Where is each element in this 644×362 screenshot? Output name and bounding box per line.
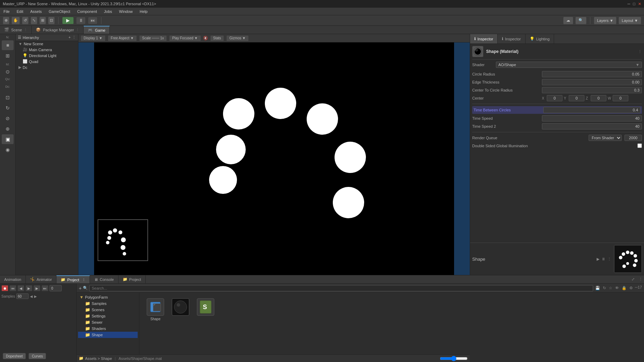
shape-play-btn[interactable]: ▶ (597, 257, 599, 261)
hierarchy-add-btn[interactable]: + (69, 35, 71, 40)
anim-next-key-btn[interactable]: ⏭ (41, 285, 48, 291)
project-tab-options[interactable]: ⋮ (82, 278, 85, 282)
pkg-tab-options[interactable]: ⋮ (76, 28, 79, 32)
shape-options-btn[interactable]: ⋮ (607, 257, 611, 261)
layers-btn[interactable]: Layers ▼ (594, 17, 616, 24)
tree-item-polygonfarm[interactable]: ▼ PolygonFarm (78, 294, 138, 300)
tab-game[interactable]: 🎮 Game (84, 26, 110, 34)
circle-radius-value[interactable]: 0.05 (542, 71, 642, 77)
samples-input[interactable] (16, 293, 29, 299)
tree-item-sewer[interactable]: 📁 Sewer (78, 319, 138, 325)
pause-button[interactable]: ⏸ (76, 17, 86, 24)
render-queue-select[interactable]: From Shader (589, 135, 622, 141)
shape-pause-btn[interactable]: ⏸ (601, 257, 605, 261)
game-stats-btn[interactable]: Stats (210, 35, 224, 41)
close-btn[interactable]: ✕ (638, 2, 641, 6)
sidebar-icon-obj1[interactable]: ⊡ (2, 93, 14, 102)
sidebar-icon-main[interactable]: ⊙ (2, 67, 14, 77)
toolbar-transform-btn[interactable]: ⊕ (3, 17, 9, 24)
menu-gameobject[interactable]: GameObject (47, 9, 72, 14)
hierarchy-options[interactable]: ⋮ (72, 35, 76, 40)
shader-dropdown[interactable]: ▼ (636, 63, 639, 67)
inspector-tab-2[interactable]: ℹ Inspector (498, 34, 525, 44)
double-sided-input[interactable] (637, 143, 642, 148)
bottom-tab-animator[interactable]: 🤸 Animator (26, 275, 56, 283)
project-star-btn[interactable]: ☆ (608, 285, 613, 291)
asset-item-shape-cube[interactable]: ⬛ Shape (145, 298, 166, 321)
anim-prev-frame-btn[interactable]: ◀ (17, 285, 24, 291)
hierarchy-item-quad[interactable]: ⬜ Quad (16, 58, 78, 64)
scene-tab-options[interactable]: ⋮ (24, 28, 27, 32)
material-options[interactable]: ⋮ (638, 49, 642, 54)
game-gizmos-btn[interactable]: Gizmos ▼ (226, 35, 249, 41)
tree-item-samples[interactable]: 📁 Samples (78, 300, 138, 307)
hierarchy-item-maincam[interactable]: 🎥 Main Camera (16, 47, 78, 53)
inspector-tab-1[interactable]: ℹ Inspector (470, 34, 498, 44)
edge-thickness-value[interactable]: 0.00 (542, 79, 642, 85)
menu-help[interactable]: Help (138, 9, 149, 14)
sidebar-icon-obj2[interactable]: ↻ (2, 103, 14, 113)
anim-frame-num[interactable]: 0 (49, 285, 62, 291)
project-add-btn[interactable]: + (79, 285, 82, 291)
hierarchy-item-dirlight[interactable]: 💡 Directional Light (16, 53, 78, 58)
asset-item-script[interactable]: S (195, 298, 216, 321)
tab-scene[interactable]: 🎬 Scene ⋮ (0, 26, 32, 34)
samples-arrow1[interactable]: ◀ (30, 294, 33, 298)
game-aspect-btn[interactable]: Free Aspect ▼ (108, 35, 137, 41)
menu-assets[interactable]: Assets (29, 9, 43, 14)
center-w-value[interactable]: 0 (613, 95, 628, 101)
toolbar-move-btn[interactable]: ✋ (12, 17, 20, 24)
sidebar-icon-obj5[interactable]: ▣ (2, 134, 14, 144)
play-button[interactable]: ▶ (62, 17, 74, 24)
hierarchy-item-newscene[interactable]: ▼ New Scene (16, 41, 78, 47)
curves-btn[interactable]: Curves (29, 353, 46, 359)
cloud-btn[interactable]: ☁ (563, 17, 573, 24)
dopesheet-btn[interactable]: Dopesheet (3, 353, 26, 359)
game-playfocused-btn[interactable]: Play Focused ▼ (169, 35, 201, 41)
sidebar-icon-obj4[interactable]: ⊕ (2, 124, 14, 134)
hierarchy-item-dc[interactable]: ▶ Dc (16, 64, 78, 70)
bottom-tab-project[interactable]: 📁 Project ⋮ (56, 275, 90, 283)
center-circle-radius-value[interactable]: 0.3 (542, 87, 642, 93)
menu-file[interactable]: File (2, 9, 11, 14)
game-display-btn[interactable]: Display 1 ▼ (80, 35, 106, 41)
menu-jobs[interactable]: Jobs (102, 9, 113, 14)
anim-play-btn[interactable]: ▶ (25, 285, 32, 291)
render-queue-value[interactable]: 2000 (624, 135, 642, 141)
tree-item-settings[interactable]: 📁 Settings (78, 313, 138, 319)
project-search-input[interactable] (89, 285, 593, 291)
sidebar-icon-scene[interactable]: ≡ (2, 40, 14, 50)
sidebar-icon-transform[interactable]: ⊞ (2, 51, 14, 61)
toolbar-scale-btn[interactable]: ⤡ (31, 17, 37, 24)
anim-record-btn[interactable]: ⏺ (1, 285, 8, 291)
samples-arrow2[interactable]: ▶ (34, 294, 37, 298)
search-btn[interactable]: 🔍 (575, 17, 586, 24)
game-scale-btn[interactable]: Scale ─── 1x (139, 35, 167, 41)
menu-window[interactable]: Window (118, 9, 134, 14)
minimize-btn[interactable]: ─ (628, 2, 630, 6)
bottom-tab-animation[interactable]: Animation (0, 275, 26, 283)
bottom-tab-project2[interactable]: 📁 Project (118, 275, 146, 283)
anim-prev-key-btn[interactable]: ⏮ (9, 285, 16, 291)
time-between-value[interactable]: 0.4 (543, 107, 641, 113)
sidebar-icon-obj3[interactable]: ⊘ (2, 113, 14, 123)
toolbar-multi-btn[interactable]: ⊡ (48, 17, 55, 24)
project-lock-btn[interactable]: 🔒 (621, 285, 627, 291)
menu-component[interactable]: Component (76, 9, 98, 14)
tree-item-scenes[interactable]: 📁 Scenes (78, 307, 138, 313)
project-gear-btn[interactable]: ⚙ (629, 285, 634, 291)
maximize-btn[interactable]: □ (633, 2, 635, 6)
step-button[interactable]: ⏭ (88, 17, 98, 24)
anim-next-frame-btn[interactable]: ▶ (33, 285, 40, 291)
time-speed-value[interactable]: 40 (542, 115, 642, 121)
project-refresh-btn[interactable]: ↻ (602, 285, 607, 291)
shader-value[interactable]: AO/Shape ▼ (496, 62, 642, 68)
project-eye-btn[interactable]: 👁 (614, 285, 620, 291)
tab-package-manager[interactable]: 📦 Package Manager ⋮ (32, 26, 84, 34)
bottom-options-btn[interactable]: ⋮ (637, 277, 644, 282)
game-mute-icon[interactable]: 🔇 (203, 36, 208, 40)
lighting-tab[interactable]: 💡 Lighting (526, 34, 554, 44)
double-sided-checkbox[interactable] (637, 143, 642, 149)
toolbar-rect-btn[interactable]: ⊞ (39, 17, 46, 24)
bottom-maximize-btn[interactable]: ⤢ (630, 277, 636, 282)
